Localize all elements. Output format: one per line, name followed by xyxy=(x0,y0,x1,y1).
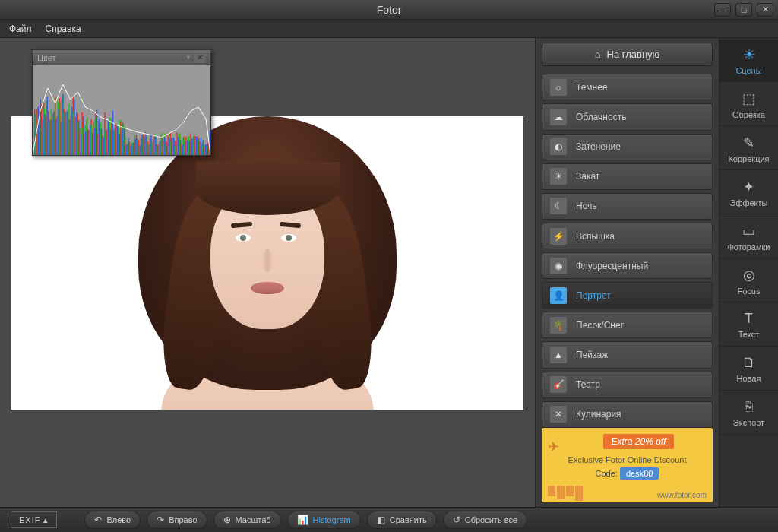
promo-code: Code: desk80 xyxy=(596,469,659,478)
tool-коррекция[interactable]: ✎Коррекция xyxy=(719,128,778,170)
tool-icon: ☀ xyxy=(743,46,755,63)
minimize-button[interactable]: — xyxy=(714,3,731,17)
btn-label: Histogram xyxy=(313,515,351,524)
svg-rect-194 xyxy=(180,140,181,155)
tool-обрезка[interactable]: ⬚Обрезка xyxy=(719,84,778,126)
svg-rect-113 xyxy=(119,134,120,155)
scene-icon: ☼ xyxy=(550,79,567,96)
histogram-dropdown-icon[interactable]: ▼ xyxy=(183,52,194,63)
scene-icon: ▲ xyxy=(550,347,567,363)
bottom-сравнить[interactable]: ◧Сравнить xyxy=(367,511,437,529)
svg-rect-71 xyxy=(87,130,88,155)
home-icon: ⌂ xyxy=(595,49,601,60)
scene-label: Затенение xyxy=(576,141,621,152)
svg-rect-155 xyxy=(150,135,151,155)
tool-текст[interactable]: TТекст xyxy=(719,304,778,347)
scene-icon: 👤 xyxy=(550,287,567,304)
tool-label: Эффекты xyxy=(729,198,767,207)
tool-focus[interactable]: ◎Focus xyxy=(719,260,778,302)
tool-фоторамки[interactable]: ▭Фоторамки xyxy=(719,216,778,258)
bottom-histogram[interactable]: 📊Histogram xyxy=(287,511,361,529)
maximize-button[interactable]: □ xyxy=(735,3,752,17)
svg-rect-53 xyxy=(74,99,74,155)
svg-rect-143 xyxy=(141,135,142,155)
svg-rect-221 xyxy=(201,138,201,155)
svg-rect-26 xyxy=(53,112,54,155)
scene-item-8[interactable]: 🌴Песок/Снег xyxy=(542,312,713,338)
scene-icon: 🎸 xyxy=(550,376,567,393)
svg-rect-212 xyxy=(194,136,194,155)
btn-label: Вправо xyxy=(169,515,197,524)
histogram-close-icon[interactable]: ✕ xyxy=(194,52,206,63)
tool-label: Коррекция xyxy=(728,154,769,163)
tool-сцены[interactable]: ☀Сцены xyxy=(719,40,778,82)
svg-rect-20 xyxy=(49,120,49,155)
bottom-влево[interactable]: ↶Влево xyxy=(84,511,141,529)
svg-rect-179 xyxy=(169,138,169,155)
btn-label: Сбросить все xyxy=(465,515,517,524)
bottom-масштаб[interactable]: ⊕Масштаб xyxy=(213,511,281,529)
svg-rect-146 xyxy=(144,137,144,155)
svg-rect-122 xyxy=(126,145,127,155)
svg-rect-131 xyxy=(132,143,133,155)
scene-item-1[interactable]: ☁Облачность xyxy=(542,103,713,130)
tool-новая[interactable]: 🗋Новая xyxy=(719,348,778,391)
tools-column: ☀Сцены⬚Обрезка✎Коррекция✦Эффекты▭Фоторам… xyxy=(719,38,778,507)
scene-icon: ◐ xyxy=(550,138,567,155)
svg-rect-164 xyxy=(157,145,158,155)
svg-rect-44 xyxy=(67,111,68,155)
svg-rect-14 xyxy=(44,114,45,155)
tool-icon: 🗋 xyxy=(742,355,756,371)
scene-label: Кулинария xyxy=(576,409,621,420)
scene-item-7[interactable]: 👤Портрет xyxy=(542,282,713,309)
close-button[interactable]: ✕ xyxy=(757,3,773,17)
svg-rect-80 xyxy=(94,128,95,155)
bottom-сбросить все[interactable]: ↺Сбросить все xyxy=(443,511,527,529)
svg-rect-188 xyxy=(176,141,176,155)
svg-rect-149 xyxy=(146,133,147,155)
svg-rect-140 xyxy=(139,145,140,155)
menu-help[interactable]: Справка xyxy=(46,24,81,34)
portrait-image xyxy=(153,116,381,410)
promo-banner[interactable]: ✈ Extra 20% off Exclusive Fotor Online D… xyxy=(542,428,713,502)
svg-rect-161 xyxy=(155,137,156,155)
tool-icon: ⬚ xyxy=(742,90,755,107)
svg-rect-152 xyxy=(148,144,149,155)
tool-эффекты[interactable]: ✦Эффекты xyxy=(719,172,778,214)
home-button[interactable]: ⌂ На главную xyxy=(542,43,713,66)
svg-rect-32 xyxy=(58,109,59,155)
tool-label: Новая xyxy=(737,374,761,383)
bottom-toolbar: EXIF ▴ ↶Влево↷Вправо⊕Масштаб📊Histogram◧С… xyxy=(0,507,778,532)
title-bar: Fotor — □ ✕ xyxy=(0,0,778,20)
menu-file[interactable]: Файл xyxy=(9,24,32,34)
btn-icon: ◧ xyxy=(377,515,385,525)
svg-rect-158 xyxy=(153,139,153,155)
scene-label: Песок/Снег xyxy=(576,320,624,331)
scene-label: Флуоресцентный xyxy=(576,261,648,271)
image-canvas[interactable] xyxy=(11,116,523,410)
svg-rect-5 xyxy=(38,107,39,155)
scene-item-5[interactable]: ⚡Вспышка xyxy=(542,223,713,249)
scene-icon: ☾ xyxy=(550,198,567,214)
tool-экспорт[interactable]: ⎘Экспорт xyxy=(719,392,778,435)
svg-rect-41 xyxy=(65,112,65,155)
chevron-up-icon: ▴ xyxy=(43,515,49,525)
scene-item-2[interactable]: ◐Затенение xyxy=(542,134,713,160)
scene-item-10[interactable]: 🎸Театр xyxy=(542,372,713,398)
scene-item-0[interactable]: ☼Темнее xyxy=(542,74,713,100)
scene-label: Театр xyxy=(576,379,600,390)
tool-label: Текст xyxy=(738,330,760,339)
bottom-вправо[interactable]: ↷Вправо xyxy=(147,511,207,529)
scene-item-9[interactable]: ▲Пейзаж xyxy=(542,341,713,368)
promo-text: Exclusive Fotor Online Discount xyxy=(568,455,687,464)
svg-rect-98 xyxy=(108,121,109,155)
svg-rect-17 xyxy=(46,97,47,155)
scene-item-11[interactable]: ✕Кулинария xyxy=(542,401,713,428)
exif-button[interactable]: EXIF ▴ xyxy=(11,511,57,528)
scene-item-6[interactable]: ◉Флуоресцентный xyxy=(542,252,713,279)
scene-item-3[interactable]: ☀Закат xyxy=(542,163,713,190)
scene-item-4[interactable]: ☾Ночь xyxy=(542,193,713,220)
histogram-title: Цвет xyxy=(37,53,183,62)
histogram-panel[interactable]: Цвет ▼ ✕ xyxy=(32,49,211,156)
scene-icon: ☁ xyxy=(550,109,567,125)
